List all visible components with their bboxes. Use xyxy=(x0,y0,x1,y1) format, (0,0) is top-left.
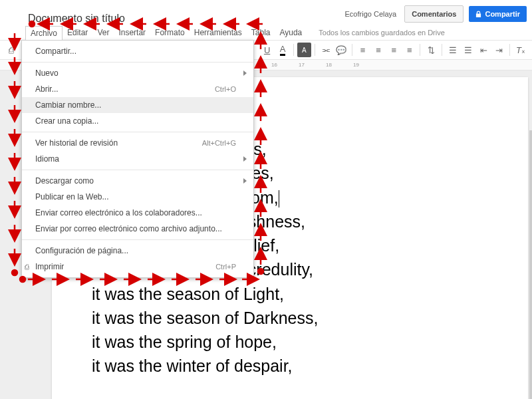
separator xyxy=(509,44,510,56)
clear-format-icon[interactable]: Tₓ xyxy=(513,43,527,57)
lock-icon xyxy=(475,11,481,18)
menu-make-copy[interactable]: Crear una copia... xyxy=(22,113,253,129)
menu-open[interactable]: Abrir...Ctrl+O xyxy=(22,81,253,97)
text-color-icon[interactable]: A xyxy=(275,43,289,57)
share-button[interactable]: Compartir xyxy=(469,6,527,22)
menu-bar: Archivo Editar Ver Insertar Formato Herr… xyxy=(0,25,532,40)
comments-button[interactable]: Comentarios xyxy=(404,5,464,23)
document-title[interactable]: Documento sin título xyxy=(5,1,125,25)
menu-page-setup[interactable]: Configuración de página... xyxy=(22,243,253,259)
comment-icon[interactable]: 💬 xyxy=(334,43,348,57)
separator xyxy=(442,44,442,56)
menu-download-as[interactable]: Descargar como xyxy=(22,173,253,189)
submenu-caret-icon xyxy=(243,70,247,76)
save-status: Todos los cambios guardados en Drive xyxy=(319,29,445,37)
doc-line[interactable]: it was the winter of despair, xyxy=(92,354,488,378)
highlight-icon[interactable]: A xyxy=(297,43,311,57)
align-justify-icon[interactable]: ≡ xyxy=(402,43,416,57)
menu-formato[interactable]: Formato xyxy=(150,26,190,39)
menu-email-attachment[interactable]: Enviar por correo electrónico como archi… xyxy=(22,221,253,237)
menu-tabla[interactable]: Tabla xyxy=(247,26,275,39)
menu-ver[interactable]: Ver xyxy=(92,26,114,39)
separator xyxy=(22,132,253,132)
share-label: Compartir xyxy=(485,10,520,18)
separator xyxy=(22,170,253,170)
scrollbar[interactable] xyxy=(529,130,532,399)
menu-share[interactable]: Compartir... xyxy=(22,43,253,59)
print-icon[interactable]: ⎙ xyxy=(4,43,18,57)
file-menu-dropdown: Compartir... Nuevo Abrir...Ctrl+O Cambia… xyxy=(21,40,254,278)
doc-line[interactable]: it was the season of Light, xyxy=(92,282,488,306)
separator xyxy=(352,44,352,56)
separator xyxy=(22,62,253,63)
menu-editar[interactable]: Editar xyxy=(63,26,92,39)
indent-decrease-icon[interactable]: ⇤ xyxy=(477,43,491,57)
menu-herramientas[interactable]: Herramientas xyxy=(190,26,247,39)
menu-email-collaborators[interactable]: Enviar correo electrónico a los colabora… xyxy=(22,205,253,221)
menu-rename[interactable]: Cambiar nombre... xyxy=(22,97,253,113)
menu-print[interactable]: ⎙ImprimirCtrl+P xyxy=(22,259,253,275)
align-left-icon[interactable]: ≡ xyxy=(356,43,370,57)
menu-revision-history[interactable]: Ver historial de revisiónAlt+Ctrl+G xyxy=(22,135,253,151)
align-center-icon[interactable]: ≡ xyxy=(371,43,385,57)
doc-line[interactable]: it was the spring of hope, xyxy=(92,330,488,354)
header-actions: Ecofrigo Celaya Comentarios Compartir xyxy=(345,3,527,23)
submenu-caret-icon xyxy=(243,156,247,162)
print-icon: ⎙ xyxy=(25,263,29,271)
underline-icon[interactable]: U xyxy=(260,43,274,57)
separator xyxy=(315,44,315,56)
numbered-list-icon[interactable]: ☰ xyxy=(446,43,460,57)
menu-language[interactable]: Idioma xyxy=(22,151,253,167)
link-icon[interactable]: ⫘ xyxy=(319,43,332,57)
menu-archivo[interactable]: Archivo xyxy=(25,26,63,40)
separator xyxy=(293,44,294,56)
align-right-icon[interactable]: ≡ xyxy=(387,43,401,57)
menu-insertar[interactable]: Insertar xyxy=(114,26,150,39)
line-spacing-icon[interactable]: ⇅ xyxy=(424,43,438,57)
indent-increase-icon[interactable]: ⇥ xyxy=(492,43,506,57)
menu-publish-web[interactable]: Publicar en la Web... xyxy=(22,189,253,205)
submenu-caret-icon xyxy=(243,178,247,184)
user-name[interactable]: Ecofrigo Celaya xyxy=(345,10,397,18)
bullet-list-icon[interactable]: ☰ xyxy=(461,43,475,57)
doc-line[interactable]: it was the season of Darkness, xyxy=(92,306,488,330)
text-cursor xyxy=(279,190,279,207)
separator xyxy=(22,239,253,240)
header-bar: Documento sin título Ecofrigo Celaya Com… xyxy=(0,0,532,25)
menu-ayuda[interactable]: Ayuda xyxy=(275,26,307,39)
separator xyxy=(420,44,420,56)
menu-new[interactable]: Nuevo xyxy=(22,65,253,81)
